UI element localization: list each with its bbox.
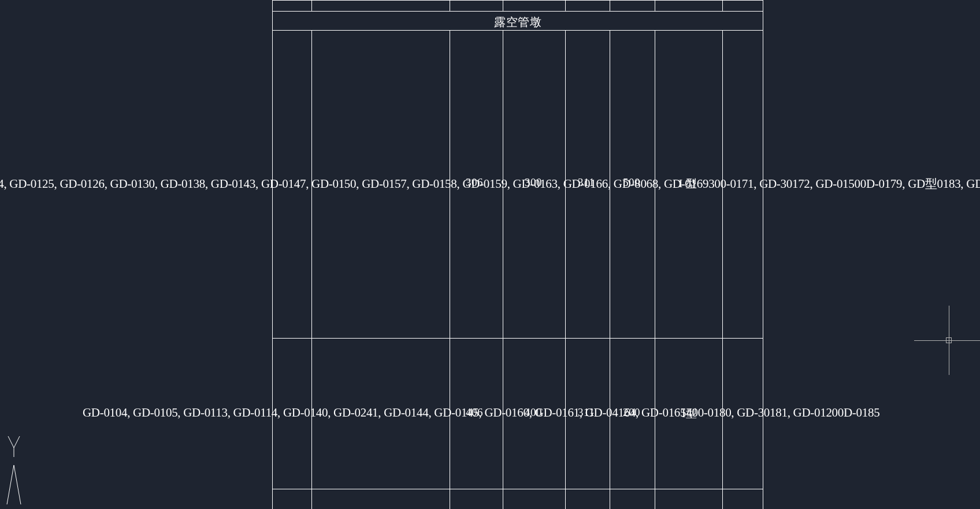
table-hline-1 (272, 11, 763, 12)
table-vline-c2 (503, 30, 503, 509)
table-vline-c4-top (610, 0, 610, 11)
row2-cell-c2: 400 (525, 406, 542, 419)
table-vline-leftinner-top (311, 0, 312, 11)
drawing-canvas[interactable]: 露空管墩 24, GD-0125, GD-0126, GD-0130, GD-0… (0, 0, 980, 509)
table-vline-left (272, 0, 273, 509)
table-vline-c5-top (655, 0, 655, 11)
svg-line-3 (7, 465, 14, 504)
table-header-title: 露空管墩 (489, 14, 547, 30)
row2-cell-c5: I型 (682, 406, 697, 421)
table-vline-c4 (610, 30, 610, 509)
row1-cell-c5: I 型 (679, 176, 697, 191)
table-vline-leftinner (311, 30, 312, 509)
row1-cell-c1: 306 (466, 176, 483, 189)
table-vline-c1-top (450, 0, 450, 11)
table-hline-2 (272, 30, 763, 31)
svg-line-0 (8, 436, 14, 448)
ucs-icon (3, 436, 27, 506)
table-vline-c3 (565, 30, 566, 509)
svg-line-4 (14, 465, 21, 504)
table-hline-0 (272, 0, 763, 1)
table-vline-c3-top (565, 0, 566, 11)
table-vline-right (763, 0, 763, 509)
row1-cell-c3: 311 (578, 176, 595, 189)
row2-cell-c4: 200 (623, 406, 640, 419)
table-vline-c6 (722, 30, 723, 509)
row1-codes-text: 24, GD-0125, GD-0126, GD-0130, GD-0138, … (0, 176, 980, 192)
row2-cell-c3: 311 (578, 406, 595, 419)
row2-cell-c1: 406 (466, 406, 483, 419)
table-hline-4 (272, 489, 763, 489)
svg-line-1 (14, 436, 20, 448)
row1-cell-c4: 500 (623, 176, 640, 189)
table-vline-c2-top (503, 0, 503, 11)
table-vline-c1 (450, 30, 450, 509)
table-vline-c5 (655, 30, 655, 509)
row1-cell-c2: 300 (525, 176, 542, 189)
table-hline-3 (272, 338, 763, 339)
table-vline-c6-top (722, 0, 723, 11)
